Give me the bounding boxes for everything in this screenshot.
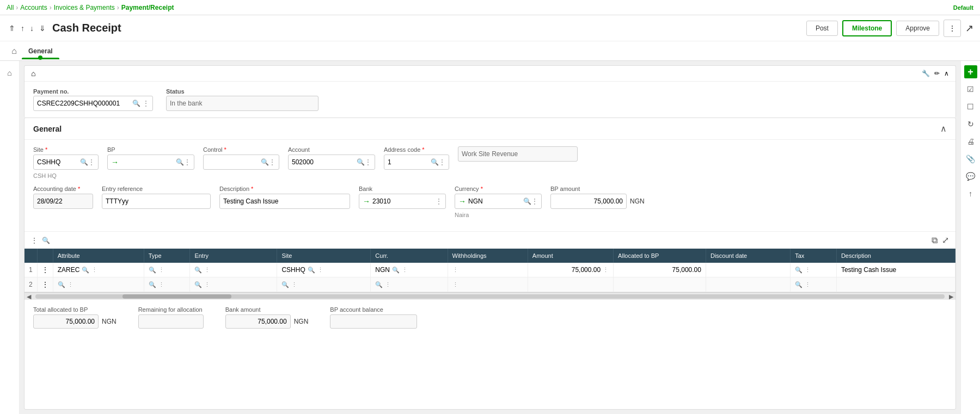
row-1-site-search[interactable]: 🔍 (308, 267, 315, 274)
row-1-type: 🔍 ⋮ (144, 263, 190, 277)
row-1-curr-dots[interactable]: ⋮ (402, 267, 408, 274)
row-1-dots[interactable]: ⋮ (37, 263, 53, 277)
currency-arrow-icon: → (458, 197, 466, 206)
row-2-entry-dots[interactable]: ⋮ (204, 281, 210, 288)
row-2-tax-search[interactable]: 🔍 (795, 281, 803, 288)
row-1-tax-dots[interactable]: ⋮ (805, 267, 811, 274)
row-1-curr-search[interactable]: 🔍 (392, 267, 400, 274)
row-1-allocated: 75,000.00 (614, 263, 706, 277)
site-search-icon[interactable]: 🔍 (80, 158, 88, 166)
general-collapse-btn[interactable]: ∧ (940, 123, 947, 134)
row-1-tax-search[interactable]: 🔍 (795, 267, 803, 274)
more-options-button[interactable]: ⋮ (944, 20, 961, 37)
currency-dots-icon[interactable]: ⋮ (531, 197, 538, 205)
row-1-attr-dots[interactable]: ⋮ (91, 267, 97, 274)
bp-amount-input[interactable] (554, 197, 623, 205)
description-input[interactable] (223, 197, 346, 205)
right-refresh-icon[interactable]: ↻ (965, 118, 976, 131)
wrench-icon[interactable]: 🔧 (922, 70, 930, 77)
post-button[interactable]: Post (806, 21, 838, 36)
row-2-entry-search[interactable]: 🔍 (194, 281, 202, 288)
row-2-with-dots[interactable]: ⋮ (452, 281, 458, 288)
horizontal-scrollbar[interactable]: ◀ ▶ (24, 292, 955, 300)
home-tab-icon[interactable]: ⌂ (7, 44, 22, 59)
card-home-icon[interactable]: ⌂ (31, 69, 35, 78)
bp-input[interactable] (121, 158, 176, 166)
right-checkbox-icon[interactable]: ☑ (965, 83, 976, 96)
control-input[interactable] (207, 158, 261, 166)
search-icon[interactable]: 🔍 (132, 100, 140, 107)
right-plus-icon[interactable]: + (964, 65, 977, 78)
scroll-left-icon[interactable]: ◀ (27, 293, 31, 300)
currency-search-icon[interactable]: 🔍 (523, 197, 531, 205)
right-print-icon[interactable]: 🖨 (965, 135, 977, 148)
address-dots-icon[interactable]: ⋮ (439, 158, 445, 166)
right-checkbox2-icon[interactable]: ☐ (965, 100, 976, 113)
table-menu-icon[interactable]: ⋮ (31, 237, 38, 244)
table-fullscreen-icon[interactable]: ⤢ (942, 235, 949, 245)
account-input[interactable] (292, 158, 357, 166)
bp-search-icon[interactable]: 🔍 (176, 158, 184, 166)
row-2-withholdings: ⋮ (448, 277, 528, 292)
scroll-right-icon[interactable]: ▶ (949, 293, 953, 300)
row-1-attr-search[interactable]: 🔍 (82, 267, 89, 274)
breadcrumb-all[interactable]: All (7, 4, 14, 11)
row-2-curr-dots[interactable]: ⋮ (385, 281, 391, 288)
bp-dots-icon[interactable]: ⋮ (184, 158, 191, 166)
row-2-site-search[interactable]: 🔍 (281, 281, 289, 288)
row-1-with-dots[interactable]: ⋮ (452, 267, 458, 274)
control-dots-icon[interactable]: ⋮ (269, 158, 275, 166)
row-2-attr-search[interactable]: 🔍 (58, 281, 65, 288)
table-search-icon[interactable]: 🔍 (42, 237, 50, 244)
account-search-icon[interactable]: 🔍 (357, 158, 365, 166)
nav-up-first[interactable]: ⇑ (7, 23, 17, 34)
bank-input[interactable] (372, 197, 436, 205)
nav-down-last[interactable]: ⇓ (37, 23, 48, 34)
address-code-field: Address code 🔍 ⋮ (384, 146, 449, 170)
row-2-discount (706, 277, 790, 292)
form-row-1: Site 🔍 ⋮ CSH HQ BP → (33, 146, 947, 179)
tab-general[interactable]: General (22, 43, 59, 59)
export-button[interactable]: ↗ (965, 22, 973, 34)
collapse-card-icon[interactable]: ∧ (944, 70, 949, 77)
breadcrumb-invoices[interactable]: Invoices & Payments (54, 4, 115, 11)
breadcrumb-accounts[interactable]: Accounts (20, 4, 47, 11)
row-1-site-dots[interactable]: ⋮ (317, 267, 323, 274)
row-2-type-search[interactable]: 🔍 (149, 281, 156, 288)
row-2-curr-search[interactable]: 🔍 (375, 281, 383, 288)
site-dots-icon[interactable]: ⋮ (88, 158, 95, 166)
right-chat-icon[interactable]: 💬 (964, 170, 977, 183)
right-share-icon[interactable]: ↑ (966, 187, 975, 200)
row-2-attr-dots[interactable]: ⋮ (68, 281, 74, 288)
nav-up[interactable]: ↑ (19, 23, 27, 34)
row-1-entry-dots[interactable]: ⋮ (204, 267, 210, 274)
currency-input[interactable] (468, 197, 523, 205)
pencil-icon[interactable]: ✏ (934, 70, 940, 77)
home-icon[interactable]: ⌂ (2, 65, 17, 81)
nav-down[interactable]: ↓ (28, 23, 36, 34)
scroll-thumb[interactable] (122, 294, 231, 299)
row-2-site-dots[interactable]: ⋮ (291, 281, 297, 288)
right-clip-icon[interactable]: 📎 (964, 152, 977, 165)
row-1-amount-dots[interactable]: ⋮ (603, 267, 609, 274)
row-1-type-search[interactable]: 🔍 (149, 267, 156, 274)
table-layers-icon[interactable]: ⧉ (932, 236, 938, 245)
payment-no-input[interactable] (37, 100, 130, 107)
row-2-type-dots[interactable]: ⋮ (158, 281, 164, 288)
account-dots-icon[interactable]: ⋮ (365, 158, 371, 166)
entry-ref-input[interactable] (106, 197, 207, 205)
accounting-date-input[interactable] (37, 197, 89, 205)
control-search-icon[interactable]: 🔍 (261, 158, 269, 166)
dots-icon[interactable]: ⋮ (143, 100, 149, 107)
milestone-button[interactable]: Milestone (842, 20, 892, 36)
row-1-entry-search[interactable]: 🔍 (194, 267, 202, 274)
approve-button[interactable]: Approve (896, 21, 939, 36)
row-2-tax-dots[interactable]: ⋮ (805, 281, 811, 288)
row-2-dots[interactable]: ⋮ (37, 277, 53, 292)
site-input[interactable] (37, 158, 80, 166)
address-code-input[interactable] (388, 158, 431, 166)
row-1-type-dots[interactable]: ⋮ (158, 267, 164, 274)
row-1-curr-value: NGN (375, 266, 390, 274)
bank-dots-icon[interactable]: ⋮ (436, 197, 442, 205)
address-search-icon[interactable]: 🔍 (431, 158, 439, 166)
